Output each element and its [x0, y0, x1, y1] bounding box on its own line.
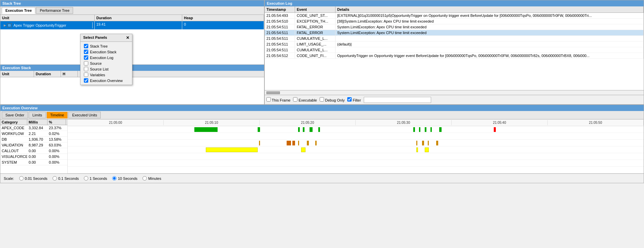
validation-bar-2 — [301, 147, 306, 152]
log-filter-bar: This Frame Executable Debug Only Filter … — [265, 95, 644, 104]
cat-row-visualforce[interactable]: VISUALFORCE 0.00 0.00% — [0, 154, 67, 160]
log-row[interactable]: 21:05:54:511 LIMIT_USAGE_... (default)| — [265, 42, 644, 47]
tab-timeline[interactable]: Timeline — [46, 112, 68, 118]
timeline-row-visualforce — [68, 160, 644, 167]
tab-limits[interactable]: Limits — [29, 112, 46, 118]
log-table: Timestamp Event Details 21:05:54:493 COD… — [265, 6, 644, 90]
log-row[interactable]: 21:05:54:510 EXCEPTION_TH... [38]|System… — [265, 19, 644, 24]
log-col-details: Details — [335, 6, 644, 12]
filter-label[interactable]: Filter — [347, 97, 361, 102]
tab-executed-units[interactable]: Executed Units — [68, 112, 101, 118]
db-bar-10 — [436, 141, 438, 145]
dialog-title: Select Panels ✕ — [80, 34, 132, 42]
checkbox-variables[interactable]: Variables — [84, 73, 129, 77]
timeline-row-db — [68, 140, 644, 146]
executable-label[interactable]: Executable — [293, 97, 317, 102]
this-frame-checkbox[interactable] — [266, 97, 271, 102]
db-bar-3 — [292, 141, 295, 145]
apex-bar-3 — [298, 127, 300, 132]
executable-checkbox[interactable] — [293, 97, 297, 102]
timeline-row-callout — [68, 153, 644, 160]
dialog-body: Stack Tree Execution Stack Execution Log… — [80, 42, 132, 85]
cat-row-validation[interactable]: VALIDATION 8,987.29 63.03% — [0, 142, 67, 148]
tab-save-order[interactable]: Save Order — [2, 112, 28, 118]
tick-4: 21:05:40 — [452, 120, 548, 125]
timeline-row-validation — [68, 146, 644, 153]
apex-bar-2 — [258, 127, 260, 132]
scale-minutes[interactable]: Minutes — [142, 176, 161, 181]
tick-3: 21:05:30 — [356, 120, 452, 125]
db-bar-8 — [422, 141, 424, 145]
tree-row-duration: 19.41 — [95, 21, 182, 29]
cat-row-db[interactable]: DB 1,936.70 13.58% — [0, 137, 67, 142]
timeline-area: 21:05:00 21:05:10 21:05:20 21:05:30 21:0… — [68, 119, 644, 173]
apex-bar-7 — [413, 127, 415, 132]
tab-performance-tree[interactable]: Performance Tree — [36, 7, 73, 14]
timeline-rows — [68, 126, 644, 173]
filter-input[interactable]: {"category":"APEX_CODE","startStep" — [364, 97, 431, 103]
log-row[interactable]: 21:05:54:511 CUMULATIVE_L... — [265, 36, 644, 42]
tree-col-unit: Unit — [0, 15, 95, 21]
checkbox-exec-stack[interactable]: Execution Stack — [84, 50, 129, 54]
log-col-event: Event — [295, 6, 335, 12]
select-panels-dialog: Select Panels ✕ Stack Tree Execution Sta… — [80, 34, 132, 85]
filter-checkbox[interactable] — [347, 97, 352, 102]
stack-tree-tab-bar: Execution Tree Performance Tree — [0, 6, 264, 15]
exec-log-title: Execution Log — [265, 0, 644, 6]
scale-001[interactable]: 0.01 Seconds — [19, 176, 47, 181]
db-bar-1 — [259, 141, 260, 145]
close-icon[interactable]: ✕ — [126, 35, 129, 40]
checkbox-source[interactable]: Source — [84, 61, 129, 65]
validation-bar-1 — [206, 147, 258, 152]
cat-col-millis: Millis — [27, 119, 47, 125]
validation-bar-4 — [425, 147, 429, 152]
cat-col-category: Category — [0, 119, 27, 125]
expand-icon[interactable]: ▶ — [4, 24, 6, 27]
debug-only-checkbox[interactable] — [320, 97, 324, 102]
checkbox-stack-tree[interactable]: Stack Tree — [84, 44, 129, 48]
tree-row-heap: 0 — [182, 21, 264, 29]
scale-01[interactable]: 0.1 Seconds — [53, 176, 79, 181]
checkbox-exec-overview[interactable]: Execution Overview — [84, 78, 129, 83]
cat-header: Category Millis % — [0, 119, 67, 125]
tree-header: Unit Duration Heap — [0, 15, 264, 21]
cat-col-percent: % — [47, 119, 66, 125]
log-scrollbar[interactable] — [265, 90, 644, 95]
db-bar-5 — [307, 141, 309, 145]
cat-row-workflow[interactable]: WORKFLOW 2.21 0.02% — [0, 131, 67, 137]
log-row[interactable]: 21:05:54:511 FATAL_ERROR System.LimitExc… — [265, 24, 644, 30]
overview-tab-bar: Save Order Limits Timeline Executed Unit… — [0, 111, 644, 119]
scale-1[interactable]: 1 Seconds — [84, 176, 107, 181]
tree-row[interactable]: ▶ ⊟ Apex Trigger OpportunityTrigger 19.4… — [0, 21, 264, 29]
cat-row-apex[interactable]: APEX_CODE 3,332.84 23.37% — [0, 125, 67, 131]
tree-col-heap: Heap — [182, 15, 264, 21]
tab-execution-tree[interactable]: Execution Tree — [2, 7, 35, 14]
apex-bar-10 — [430, 127, 431, 132]
tree-col-duration: Duration — [95, 15, 182, 21]
cat-row-system[interactable]: SYSTEM 0.00 0.00% — [0, 160, 67, 165]
apex-bar-6 — [318, 127, 320, 132]
log-row[interactable]: 21:05:54:512 CODE_UNIT_FI... Opportunity… — [265, 53, 644, 59]
tick-5: 21:05:50 — [548, 120, 644, 125]
log-row[interactable]: 21:05:54:511 CUMULATIVE_L... — [265, 47, 644, 53]
tick-2: 21:05:20 — [260, 120, 356, 125]
log-header: Timestamp Event Details — [265, 6, 644, 13]
this-frame-label[interactable]: This Frame — [266, 97, 290, 102]
log-row[interactable]: 21:05:54:493 CODE_UNIT_ST... [EXTERNAL]|… — [265, 13, 644, 19]
timeline-row-system — [68, 167, 644, 173]
db-bar-6 — [315, 141, 316, 145]
checkbox-source-list[interactable]: Source List — [84, 67, 129, 71]
validation-bar-3 — [416, 147, 418, 152]
exec-stack-col-h: H — [61, 71, 78, 77]
overview-content: Category Millis % APEX_CODE 3,332.84 23.… — [0, 119, 644, 173]
apex-bar-9 — [425, 127, 426, 132]
debug-only-label[interactable]: Debug Only — [320, 97, 345, 102]
exec-overview-title: Execution Overview — [0, 105, 644, 111]
scale-10[interactable]: 10 Seconds — [112, 176, 137, 181]
scroll-thumb[interactable] — [266, 91, 280, 94]
log-row-selected[interactable]: 21:05:54:511 FATAL_ERROR System.LimitExc… — [265, 30, 644, 36]
cat-row-callout[interactable]: CALLOUT 0.00 0.00% — [0, 148, 67, 154]
stack-tree-title: Stack Tree — [0, 0, 264, 6]
checkbox-exec-log[interactable]: Execution Log — [84, 55, 129, 60]
exec-stack-col-unit: Unit — [0, 71, 34, 77]
